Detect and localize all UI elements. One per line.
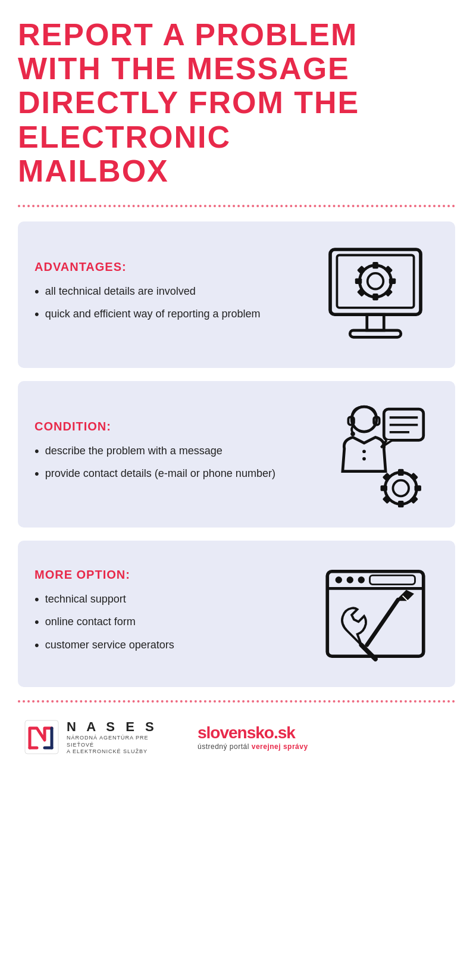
nases-logo: N A S E S NÁRODNÁ AGENTÚRA PRE SIEŤOVÉA … (24, 719, 162, 756)
svg-rect-26 (398, 469, 404, 476)
card-condition: CONDITION: describe the problem with a m… (18, 381, 455, 528)
svg-rect-28 (381, 485, 387, 491)
svg-point-5 (368, 273, 384, 289)
svg-line-41 (367, 600, 398, 645)
svg-rect-31 (409, 473, 418, 482)
slovensko-logo: slovensko.sk ústredný portál verejnej sp… (198, 723, 308, 751)
svg-rect-33 (409, 495, 418, 504)
svg-rect-29 (415, 485, 421, 491)
svg-rect-39 (370, 575, 415, 584)
svg-rect-13 (384, 288, 393, 297)
advantages-list: all technical details are involved quick… (35, 283, 298, 323)
svg-rect-6 (372, 262, 378, 269)
svg-rect-11 (384, 266, 393, 274)
list-item: online contact form (35, 614, 298, 631)
card-advantages-content: ADVANTAGES: all technical details are in… (35, 260, 310, 329)
list-item: customer service operators (35, 637, 298, 654)
svg-rect-8 (355, 278, 362, 284)
svg-point-19 (362, 457, 366, 461)
svg-rect-30 (383, 473, 391, 482)
advantages-label: ADVANTAGES: (35, 260, 298, 274)
svg-point-17 (350, 432, 355, 436)
svg-point-25 (393, 480, 409, 497)
list-item: describe the problem with a message (35, 443, 298, 460)
card-advantages: ADVANTAGES: all technical details are in… (18, 221, 455, 368)
list-item: quick and efficient way of reporting a p… (35, 306, 298, 323)
bottom-divider (18, 700, 455, 703)
svg-point-38 (358, 576, 365, 583)
slovensko-sub: ústredný portál verejnej správy (198, 742, 308, 751)
slovensko-name: slovensko.sk (198, 723, 295, 742)
svg-point-36 (336, 576, 342, 583)
condition-list: describe the problem with a message prov… (35, 443, 298, 483)
svg-rect-27 (398, 501, 404, 507)
list-item: provide contact details (e-mail or phone… (35, 466, 298, 483)
condition-label: CONDITION: (35, 420, 298, 433)
monitor-gear-svg (319, 238, 432, 351)
monitor-gear-icon (310, 238, 441, 351)
more-option-list: technical support online contact form cu… (35, 591, 298, 654)
nases-icon (24, 719, 59, 755)
slovensko-sub-bold: verejnej správy (252, 742, 308, 751)
svg-rect-32 (383, 495, 391, 504)
nases-title: N A S E S (67, 719, 162, 735)
nases-text-block: N A S E S NÁRODNÁ AGENTÚRA PRE SIEŤOVÉA … (67, 719, 162, 756)
support-agent-svg (319, 398, 432, 511)
list-item: all technical details are involved (35, 283, 298, 301)
list-item: technical support (35, 591, 298, 608)
svg-rect-3 (350, 330, 401, 337)
card-more-option-content: MORE OPTION: technical support online co… (35, 568, 310, 660)
svg-rect-7 (372, 294, 378, 300)
card-more-option: MORE OPTION: technical support online co… (18, 541, 455, 687)
svg-point-18 (362, 450, 366, 453)
svg-rect-9 (389, 278, 396, 284)
browser-tools-icon (310, 557, 441, 670)
browser-tools-svg (319, 557, 432, 670)
page-wrapper: REPORT A PROBLEM WITH THE MESSAGE DIRECT… (0, 0, 473, 773)
svg-rect-12 (357, 288, 366, 297)
card-condition-content: CONDITION: describe the problem with a m… (35, 420, 310, 489)
main-title: REPORT A PROBLEM WITH THE MESSAGE DIRECT… (18, 18, 455, 188)
top-divider (18, 205, 455, 207)
svg-rect-2 (367, 314, 384, 330)
more-option-label: MORE OPTION: (35, 568, 298, 582)
nases-subtitle: NÁRODNÁ AGENTÚRA PRE SIEŤOVÉA ELEKTRONIC… (67, 735, 162, 756)
svg-rect-10 (357, 266, 366, 274)
svg-point-37 (347, 576, 353, 583)
svg-rect-0 (330, 249, 421, 314)
support-agent-icon (310, 398, 441, 511)
footer-logos: N A S E S NÁRODNÁ AGENTÚRA PRE SIEŤOVÉA … (18, 719, 455, 756)
